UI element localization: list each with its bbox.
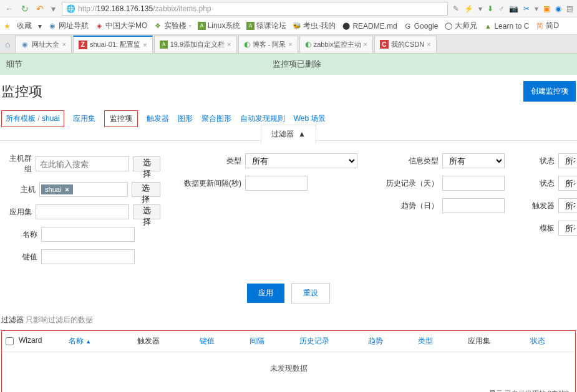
filter-note-label: 过滤器 [1,315,24,324]
nav-apps[interactable]: 应用集 [73,113,95,124]
template-select[interactable]: 所有 [558,221,577,236]
dropdown-icon[interactable]: ▾ [478,4,482,13]
create-item-button[interactable]: 创建监控项 [523,81,576,102]
bookmark-item[interactable]: 简简D [535,21,559,31]
camera-icon[interactable]: 📷 [509,4,518,13]
status-select[interactable]: 所有 [558,176,577,191]
tab[interactable]: Ａ19.9添加自定义栏× [154,36,237,53]
no-data-message: 未发现数据 [2,352,575,385]
col-interval[interactable]: 间隔 [250,336,299,347]
state-select[interactable]: 所有 [558,153,577,168]
col-triggers: 触发器 [137,336,200,347]
flash-icon[interactable]: ⚡ [464,4,473,13]
appset-input[interactable] [36,204,129,219]
tab[interactable]: ◉网址大全× [15,36,71,53]
col-name[interactable]: 名称 ▲ [69,336,137,347]
site-icon: Ａ [246,22,255,30]
close-icon[interactable]: × [143,41,147,49]
breadcrumb-all-templates[interactable]: 所有模板 [6,114,36,123]
filter-toggle[interactable]: 过滤器 ▲ [261,125,316,144]
bookmark-item[interactable]: ◈中国大学MO [95,21,147,31]
close-icon[interactable]: × [288,41,292,48]
github-icon: ◯ [444,22,453,31]
refresh-icon[interactable]: ↻ [20,4,30,14]
ext1-icon[interactable]: ▣ [543,4,550,13]
col-status[interactable]: 状态 [530,336,568,347]
close-icon[interactable]: × [364,41,367,48]
breadcrumb: 所有模板 / shuai [1,110,64,127]
bookmark-item[interactable]: ⬤README.md [342,22,397,31]
chevron-icon[interactable]: ▾ [38,22,42,31]
filter-note: 过滤器 只影响过滤后的数据 [0,310,577,330]
close-icon[interactable]: × [62,41,65,48]
ext3-icon[interactable]: ▤ [566,4,573,13]
google-icon: G [404,22,412,31]
host-input[interactable]: shuai× [39,182,127,197]
remove-tag-icon[interactable]: × [65,186,69,193]
nav-discovery[interactable]: 自动发现规则 [240,113,285,124]
tab-active[interactable]: Zshuai-01: 配置监× [73,36,153,53]
sort-asc-icon: ▲ [85,338,91,345]
label-hostgroup: 主机群组 [6,153,32,174]
tab[interactable]: ◐zabbix监控主动× [299,36,373,53]
update-interval-input[interactable] [245,176,308,191]
hostgroup-input[interactable] [36,156,129,171]
hostgroup-select-button[interactable]: 选择 [133,156,160,171]
bookmark-item[interactable]: 🐝考虫-我的 [293,21,336,31]
select-all-checkbox[interactable] [6,336,14,347]
bookmark-item[interactable]: ◉网址导航 [48,21,89,31]
nav-graphs[interactable]: 图形 [178,113,193,124]
bookmark-item[interactable]: ▲Learn to C [483,22,529,31]
dropdown2-icon[interactable]: ▾ [535,4,538,13]
appset-select-button[interactable]: 选择 [133,204,160,219]
ext2-icon[interactable]: ◉ [555,4,561,13]
banner-detail: 细节 [6,59,22,70]
tab[interactable]: C我的CSDN× [374,36,437,53]
bookmarks-bar: ★ 收藏 ▾ ◉网址导航 ◈中国大学MO ❖实验楼 - ＡLinux系统 Ａ猿课… [0,17,577,35]
breadcrumb-host[interactable]: shuai [42,114,60,123]
undo-icon[interactable]: ↶ [35,4,45,14]
site-icon: Ａ [160,41,168,49]
col-history[interactable]: 历史记录 [299,336,368,347]
share-icon[interactable]: ♂ [498,4,504,13]
bookmark-item[interactable]: ◯大师兄 [444,21,477,31]
address-bar[interactable]: 🌐 http:// 192.168.176.135 /zabbix/items.… [62,2,448,16]
site-icon: ⬤ [342,22,351,31]
host-select-button[interactable]: 选择 [132,182,160,197]
download-icon[interactable]: ⬇ [487,4,493,13]
nav-web[interactable]: Web 场景 [294,113,326,124]
site-icon: ❖ [153,22,162,31]
col-key[interactable]: 键值 [200,336,250,347]
bookmark-item[interactable]: GGoogle [404,22,439,31]
triggers-select[interactable]: 所有 [558,198,577,213]
tab[interactable]: ◐博客 - 阿呆× [238,36,298,53]
bookmark-item[interactable]: Ａ猿课论坛 [246,21,286,31]
edit-icon[interactable]: ✎ [453,4,459,13]
trend-input[interactable] [442,198,505,213]
label-type: 类型 [179,156,241,166]
reset-button[interactable]: 重设 [291,283,330,304]
key-input[interactable] [41,249,135,264]
nav-items-active[interactable]: 监控项 [104,110,138,127]
chevron-down-icon[interactable]: ▾ [50,4,57,14]
back-icon[interactable]: ← [4,4,15,14]
home-tab-icon[interactable]: ⌂ [0,39,15,49]
bookmark-item[interactable]: ＡLinux系统 [198,21,241,31]
close-icon[interactable]: × [227,41,231,48]
close-icon[interactable]: × [427,41,430,48]
nav-screens[interactable]: 聚合图形 [201,113,231,124]
label-appset: 应用集 [6,207,32,218]
site-icon: Ａ [198,22,206,30]
name-input[interactable] [41,227,135,242]
apply-button[interactable]: 应用 [247,284,284,303]
col-trend[interactable]: 趋势 [368,336,418,347]
infotype-select[interactable]: 所有 [442,153,505,168]
star-icon[interactable]: ★ [4,22,11,31]
type-select[interactable]: 所有 [245,153,357,168]
bookmark-item[interactable]: ❖实验楼 - [153,21,191,31]
col-type[interactable]: 类型 [418,336,468,347]
scissors-icon[interactable]: ✂ [523,4,530,13]
table-footer: 显示 已自动发现的 0中的0 [2,385,575,392]
history-input[interactable] [442,176,505,191]
nav-triggers[interactable]: 触发器 [147,113,169,124]
